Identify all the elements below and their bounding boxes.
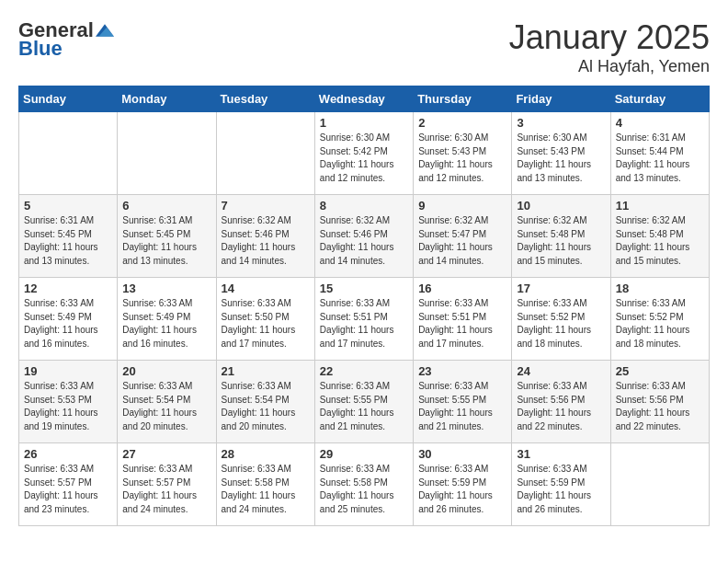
week-row-5: 26Sunrise: 6:33 AM Sunset: 5:57 PM Dayli… — [19, 443, 710, 526]
day-info: Sunrise: 6:33 AM Sunset: 5:57 PM Dayligh… — [122, 463, 210, 516]
day-info: Sunrise: 6:32 AM Sunset: 5:48 PM Dayligh… — [616, 214, 704, 268]
day-cell: 24Sunrise: 6:33 AM Sunset: 5:56 PM Dayli… — [512, 361, 610, 443]
day-cell: 12Sunrise: 6:33 AM Sunset: 5:49 PM Dayli… — [19, 278, 118, 361]
day-cell — [118, 112, 216, 195]
day-number: 3 — [517, 116, 605, 130]
day-cell: 7Sunrise: 6:32 AM Sunset: 5:46 PM Daylig… — [216, 195, 314, 278]
day-cell: 25Sunrise: 6:33 AM Sunset: 5:56 PM Dayli… — [610, 361, 709, 443]
day-number: 8 — [320, 199, 408, 213]
day-cell: 28Sunrise: 6:33 AM Sunset: 5:58 PM Dayli… — [216, 443, 314, 526]
day-info: Sunrise: 6:31 AM Sunset: 5:45 PM Dayligh… — [24, 214, 112, 268]
day-cell: 26Sunrise: 6:33 AM Sunset: 5:57 PM Dayli… — [19, 443, 118, 526]
day-number: 17 — [517, 282, 605, 295]
day-number: 14 — [222, 282, 310, 295]
header-saturday: Saturday — [610, 86, 709, 112]
header-wednesday: Wednesday — [314, 86, 413, 112]
day-cell: 21Sunrise: 6:33 AM Sunset: 5:54 PM Dayli… — [216, 361, 314, 443]
day-info: Sunrise: 6:33 AM Sunset: 5:51 PM Dayligh… — [418, 297, 506, 350]
day-cell: 17Sunrise: 6:33 AM Sunset: 5:52 PM Dayli… — [512, 278, 610, 361]
day-cell: 3Sunrise: 6:30 AM Sunset: 5:43 PM Daylig… — [512, 112, 610, 195]
day-cell — [610, 443, 709, 526]
day-info: Sunrise: 6:33 AM Sunset: 5:57 PM Dayligh… — [24, 463, 112, 516]
day-number: 22 — [320, 364, 408, 378]
day-info: Sunrise: 6:33 AM Sunset: 5:54 PM Dayligh… — [222, 380, 310, 433]
location-title: Al Hayfah, Yemen — [509, 57, 710, 76]
day-cell: 1Sunrise: 6:30 AM Sunset: 5:42 PM Daylig… — [314, 112, 413, 195]
day-cell: 22Sunrise: 6:33 AM Sunset: 5:55 PM Dayli… — [314, 361, 413, 443]
day-number: 31 — [517, 447, 605, 461]
week-row-3: 12Sunrise: 6:33 AM Sunset: 5:49 PM Dayli… — [19, 278, 710, 361]
day-cell: 6Sunrise: 6:31 AM Sunset: 5:45 PM Daylig… — [118, 195, 216, 278]
logo-icon — [96, 21, 114, 40]
day-cell: 29Sunrise: 6:33 AM Sunset: 5:58 PM Dayli… — [314, 443, 413, 526]
day-cell: 2Sunrise: 6:30 AM Sunset: 5:43 PM Daylig… — [414, 112, 512, 195]
day-number: 21 — [222, 364, 310, 378]
day-number: 7 — [222, 199, 310, 213]
day-info: Sunrise: 6:33 AM Sunset: 5:55 PM Dayligh… — [320, 380, 408, 433]
logo-blue-text: Blue — [18, 37, 63, 61]
day-cell: 4Sunrise: 6:31 AM Sunset: 5:44 PM Daylig… — [610, 112, 709, 195]
week-row-4: 19Sunrise: 6:33 AM Sunset: 5:53 PM Dayli… — [19, 361, 710, 443]
day-info: Sunrise: 6:33 AM Sunset: 5:49 PM Dayligh… — [24, 297, 112, 350]
day-number: 26 — [24, 447, 112, 461]
day-cell: 16Sunrise: 6:33 AM Sunset: 5:51 PM Dayli… — [414, 278, 512, 361]
day-info: Sunrise: 6:33 AM Sunset: 5:52 PM Dayligh… — [517, 297, 605, 350]
title-block: January 2025 Al Hayfah, Yemen — [509, 18, 710, 76]
day-cell: 14Sunrise: 6:33 AM Sunset: 5:50 PM Dayli… — [216, 278, 314, 361]
day-number: 1 — [320, 116, 408, 130]
day-cell: 23Sunrise: 6:33 AM Sunset: 5:55 PM Dayli… — [414, 361, 512, 443]
day-cell: 5Sunrise: 6:31 AM Sunset: 5:45 PM Daylig… — [19, 195, 118, 278]
day-number: 29 — [320, 447, 408, 461]
day-number: 10 — [517, 199, 605, 213]
day-number: 20 — [122, 364, 210, 378]
header-thursday: Thursday — [414, 86, 512, 112]
day-number: 27 — [122, 447, 210, 461]
day-cell: 15Sunrise: 6:33 AM Sunset: 5:51 PM Dayli… — [314, 278, 413, 361]
day-info: Sunrise: 6:31 AM Sunset: 5:45 PM Dayligh… — [122, 214, 210, 268]
header-monday: Monday — [118, 86, 216, 112]
day-number: 2 — [418, 116, 506, 130]
day-info: Sunrise: 6:33 AM Sunset: 5:59 PM Dayligh… — [517, 463, 605, 516]
day-number: 13 — [122, 282, 210, 295]
calendar-table: Sunday Monday Tuesday Wednesday Thursday… — [18, 86, 710, 526]
day-info: Sunrise: 6:33 AM Sunset: 5:59 PM Dayligh… — [418, 463, 506, 516]
day-info: Sunrise: 6:33 AM Sunset: 5:49 PM Dayligh… — [122, 297, 210, 350]
day-number: 28 — [222, 447, 310, 461]
day-number: 18 — [616, 282, 704, 295]
weekday-header-row: Sunday Monday Tuesday Wednesday Thursday… — [19, 86, 710, 112]
day-info: Sunrise: 6:33 AM Sunset: 5:56 PM Dayligh… — [616, 380, 704, 433]
day-number: 16 — [418, 282, 506, 295]
day-info: Sunrise: 6:33 AM Sunset: 5:55 PM Dayligh… — [418, 380, 506, 433]
day-info: Sunrise: 6:33 AM Sunset: 5:58 PM Dayligh… — [320, 463, 408, 516]
day-info: Sunrise: 6:30 AM Sunset: 5:43 PM Dayligh… — [418, 132, 506, 185]
day-cell: 20Sunrise: 6:33 AM Sunset: 5:54 PM Dayli… — [118, 361, 216, 443]
header-tuesday: Tuesday — [216, 86, 314, 112]
day-info: Sunrise: 6:33 AM Sunset: 5:54 PM Dayligh… — [122, 380, 210, 433]
day-info: Sunrise: 6:33 AM Sunset: 5:52 PM Dayligh… — [616, 297, 704, 350]
day-cell: 10Sunrise: 6:32 AM Sunset: 5:48 PM Dayli… — [512, 195, 610, 278]
day-info: Sunrise: 6:32 AM Sunset: 5:46 PM Dayligh… — [222, 214, 310, 268]
day-cell: 19Sunrise: 6:33 AM Sunset: 5:53 PM Dayli… — [19, 361, 118, 443]
day-number: 11 — [616, 199, 704, 213]
day-info: Sunrise: 6:33 AM Sunset: 5:58 PM Dayligh… — [222, 463, 310, 516]
day-cell — [216, 112, 314, 195]
month-title: January 2025 — [509, 18, 710, 57]
day-info: Sunrise: 6:33 AM Sunset: 5:51 PM Dayligh… — [320, 297, 408, 350]
day-info: Sunrise: 6:33 AM Sunset: 5:50 PM Dayligh… — [222, 297, 310, 350]
day-info: Sunrise: 6:32 AM Sunset: 5:46 PM Dayligh… — [320, 214, 408, 268]
day-cell: 13Sunrise: 6:33 AM Sunset: 5:49 PM Dayli… — [118, 278, 216, 361]
day-number: 30 — [418, 447, 506, 461]
day-number: 23 — [418, 364, 506, 378]
day-number: 6 — [122, 199, 210, 213]
day-cell: 8Sunrise: 6:32 AM Sunset: 5:46 PM Daylig… — [314, 195, 413, 278]
day-info: Sunrise: 6:33 AM Sunset: 5:56 PM Dayligh… — [517, 380, 605, 433]
day-cell: 31Sunrise: 6:33 AM Sunset: 5:59 PM Dayli… — [512, 443, 610, 526]
day-number: 4 — [616, 116, 704, 130]
day-cell: 30Sunrise: 6:33 AM Sunset: 5:59 PM Dayli… — [414, 443, 512, 526]
day-number: 5 — [24, 199, 112, 213]
day-number: 25 — [616, 364, 704, 378]
logo: General Blue — [18, 18, 114, 61]
day-number: 19 — [24, 364, 112, 378]
day-number: 15 — [320, 282, 408, 295]
week-row-1: 1Sunrise: 6:30 AM Sunset: 5:42 PM Daylig… — [19, 112, 710, 195]
